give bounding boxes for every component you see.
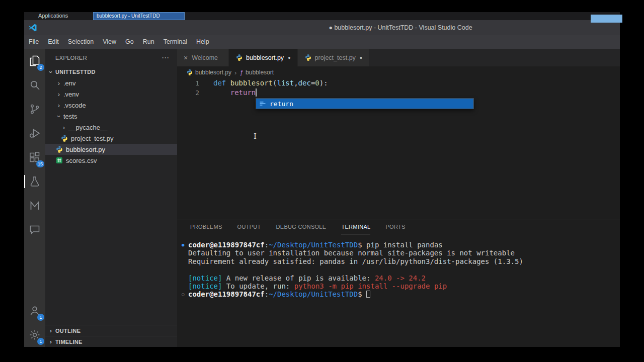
chevron-right-icon: › [47, 338, 54, 345]
taskbar-window-button[interactable]: bubblesort.py - UnitTestTDD [93, 12, 185, 20]
mouse-ibeam-cursor: I [254, 132, 257, 141]
line-number: 2 [177, 88, 199, 98]
badge: 1 [37, 314, 44, 321]
terminal-segment: coder@e119897847cf [188, 290, 265, 298]
suggest-item-return[interactable]: return [256, 99, 473, 109]
activity-testing[interactable] [24, 169, 45, 194]
activity-settings[interactable]: 1 [24, 323, 45, 347]
menu-terminal[interactable]: Terminal [159, 35, 192, 49]
terminal-segment: : [265, 241, 269, 249]
breadcrumb-item-bubblesort-py[interactable]: bubblesort.py [195, 69, 231, 76]
tree-item-project-test-py[interactable]: project_test.py [45, 133, 177, 144]
terminal-segment: [notice] [188, 274, 222, 282]
section-outline[interactable]: ›OUTLINE [45, 325, 177, 336]
panel-tab-terminal[interactable]: TERMINAL [341, 220, 370, 234]
file-tree: ›.env›.venv›.vscode›tests›__pycache__pro… [45, 77, 177, 166]
tree-item-scores-csv[interactable]: scores.csv [45, 155, 177, 166]
more-actions-icon[interactable]: ⋯ [162, 53, 169, 62]
close-icon[interactable]: × [184, 54, 188, 62]
activity-bar: 215 11 [24, 49, 45, 347]
tree-item-label: tests [63, 113, 77, 120]
activity-search[interactable] [24, 73, 45, 97]
terminal-segment: ~/Desktop/UnitTestTDD [269, 241, 358, 249]
menu-go[interactable]: Go [121, 35, 138, 49]
activity-comments[interactable] [24, 218, 45, 242]
token: def [213, 79, 230, 87]
tree-item-venv[interactable]: ›.venv [45, 88, 177, 100]
section-label: OUTLINE [55, 328, 80, 334]
tree-item-env[interactable]: ›.env [45, 77, 177, 88]
menu-run[interactable]: Run [138, 35, 159, 49]
menu-selection[interactable]: Selection [63, 35, 98, 49]
terminal-gutter [182, 257, 188, 265]
menu-edit[interactable]: Edit [43, 35, 63, 49]
terminal-segment: $ [358, 290, 366, 298]
tab-bubblesort-py[interactable]: bubblesort.py● [229, 49, 298, 66]
chevron-right-icon: › [55, 102, 62, 109]
panel-tab-output[interactable]: OUTPUT [237, 220, 261, 234]
line-number: 1 [177, 78, 199, 88]
m-extension-icon [29, 200, 41, 212]
terminal-text: [notice] To update, run: python3 -m pip … [188, 282, 447, 290]
terminal-segment: Defaulting to user installation because … [188, 249, 515, 257]
activity-run-debug[interactable] [24, 121, 45, 145]
section-timeline[interactable]: ›TIMELINE [45, 336, 177, 347]
editor-cursor [256, 88, 257, 97]
tab-bar: ×Welcomebubblesort.py●project_test.py● [177, 49, 620, 66]
token: bubblesort [230, 79, 273, 87]
terminal-text: [notice] A new release of pip is availab… [188, 274, 426, 282]
tab-welcome[interactable]: ×Welcome [177, 49, 229, 66]
section-unittesttdd[interactable]: › UNITTESTTDD [45, 66, 177, 77]
menu-file[interactable]: File [24, 35, 43, 49]
breadcrumb-item-bubblesort[interactable]: bubblesort [246, 69, 274, 76]
badge: 15 [36, 160, 44, 167]
tree-item-label: .venv [63, 90, 79, 98]
breadcrumb: bubblesort.py›ƒbubblesort [177, 66, 620, 78]
panel-tab-debug-console[interactable]: DEBUG CONSOLE [276, 220, 327, 234]
run-debug-icon [29, 127, 41, 139]
chevron-right-icon: › [60, 124, 67, 131]
tab-project-test-py[interactable]: project_test.py● [298, 49, 370, 66]
tab-label: project_test.py [315, 54, 356, 61]
panel-tab-problems[interactable]: PROBLEMS [190, 220, 222, 234]
vscode-window: ● bubblesort.py - UnitTestTDD - Visual S… [24, 20, 620, 347]
tab-label: Welcome [192, 54, 218, 61]
terminal-gutter [182, 265, 188, 274]
menu-view[interactable]: View [98, 35, 121, 49]
desktop-taskbar: Applications bubblesort.py - UnitTestTDD [24, 12, 620, 20]
modified-dot-icon: ● [288, 55, 290, 60]
terminal[interactable]: ●coder@e119897847cf:~/Desktop/UnitTestTD… [177, 234, 620, 347]
token [213, 88, 230, 97]
suggest-widget: return [256, 98, 474, 109]
token: , [294, 79, 298, 87]
menu-help[interactable]: Help [192, 35, 214, 49]
activity-extensions[interactable]: 15 [24, 145, 45, 169]
code-text: def bubblesort(list,dec=0): [199, 78, 328, 88]
terminal-text: coder@e119897847cf:~/Desktop/UnitTestTDD… [188, 290, 370, 298]
keyword-icon [259, 100, 267, 108]
panel-tab-ports[interactable]: PORTS [385, 220, 405, 234]
applications-menu[interactable]: Applications [38, 13, 68, 19]
tree-item-label: project_test.py [71, 135, 114, 142]
tree-item-pycache[interactable]: ›__pycache__ [45, 122, 177, 133]
panel: PROBLEMSOUTPUTDEBUG CONSOLETERMINALPORTS… [177, 220, 620, 347]
workbench: 215 11 EXPLORER ⋯ › UNITTESTTDD ›.env›.v… [24, 49, 620, 347]
source-control-icon [29, 103, 41, 115]
menu-bar: FileEditSelectionViewGoRunTerminalHelp [24, 35, 620, 49]
code-line: 2 return [177, 88, 620, 98]
python-icon [235, 54, 243, 61]
search-icon [29, 79, 41, 91]
activity-explorer[interactable]: 2 [24, 49, 45, 73]
activity-account[interactable]: 1 [24, 299, 45, 323]
chevron-right-icon: › [47, 327, 54, 334]
editor-surface[interactable]: return I 1def bubblesort(list,dec=0):2 r… [177, 78, 620, 220]
tree-item-tests[interactable]: ›tests [45, 111, 177, 122]
panel-tab-bar: PROBLEMSOUTPUTDEBUG CONSOLETERMINALPORTS [177, 220, 620, 234]
activity-m-extension[interactable] [24, 194, 45, 218]
activity-source-control[interactable] [24, 97, 45, 121]
tree-item-vscode[interactable]: ›.vscode [45, 100, 177, 111]
chevron-right-icon: › [55, 90, 62, 98]
token: list [277, 79, 294, 87]
tree-item-bubblesort-py[interactable]: bubblesort.py [45, 144, 177, 155]
terminal-segment: python3 -m pip install --upgrade pip [294, 282, 447, 290]
